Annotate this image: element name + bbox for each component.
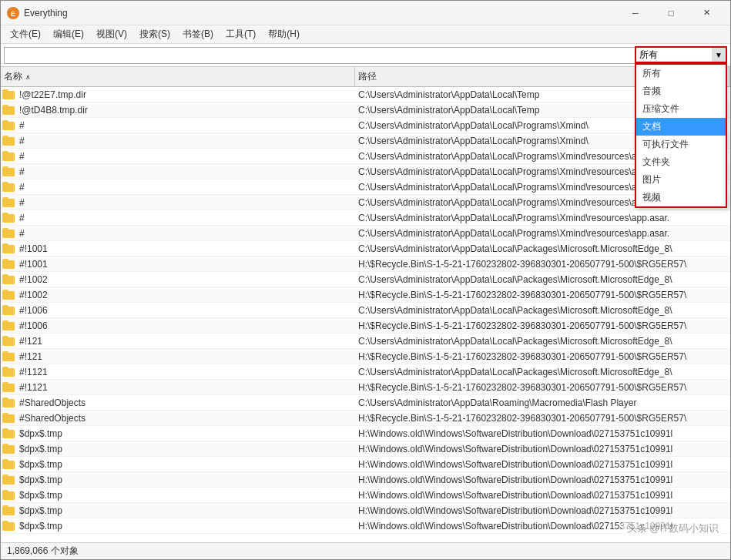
window-title: Everything [24,8,618,18]
file-path: H:\Windows.old\Windows\SoftwareDistribut… [355,505,730,516]
table-row[interactable]: #!1001C:\Users\Administrator\AppData\Loc… [1,241,730,257]
table-row[interactable]: #SharedObjectsH:\$Recycle.Bin\S-1-5-21-1… [1,411,730,426]
filter-dropdown[interactable]: 所有 ▼ [635,46,727,63]
menu-help[interactable]: 帮助(H) [262,26,306,43]
table-row[interactable]: #C:\Users\Administrator\AppData\Local\Pr… [1,226,730,241]
file-name: #!1002 [16,290,355,300]
filter-option-folder[interactable]: 文件夹 [636,153,726,171]
menu-edit[interactable]: 编辑(E) [47,26,90,43]
minimize-button[interactable]: ─ [618,1,653,25]
window-controls: ─ □ ✕ [618,1,724,25]
file-name: # [16,213,355,223]
table-row[interactable]: !@t22E7.tmp.dirC:\Users\Administrator\Ap… [1,87,730,102]
file-path: H:\Windows.old\Windows\SoftwareDistribut… [355,490,730,501]
table-row[interactable]: $dpx$.tmpH:\Windows.old\Windows\Software… [1,457,730,472]
table-row[interactable]: #C:\Users\Administrator\AppData\Local\Pr… [1,179,730,195]
main-window: E Everything ─ □ ✕ 文件(E) 编辑(E) 视图(V) 搜索(… [0,0,731,560]
file-name: $dpx$.tmp [16,490,355,501]
file-name: #!1121 [16,367,355,377]
table-row[interactable]: #SharedObjectsC:\Users\Administrator\App… [1,395,730,411]
table-row[interactable]: #C:\Users\Administrator\AppData\Local\Pr… [1,164,730,179]
file-path: C:\Users\Administrator\AppData\Roaming\M… [355,397,730,408]
table-row[interactable]: $dpx$.tmpH:\Windows.old\Windows\Software… [1,518,730,534]
file-path: H:\$Recycle.Bin\S-1-5-21-1760232802-3968… [355,290,730,300]
file-name: $dpx$.tmp [16,459,355,470]
table-row[interactable]: #C:\Users\Administrator\AppData\Local\Pr… [1,149,730,164]
table-row[interactable]: $dpx$.tmpH:\Windows.old\Windows\Software… [1,488,730,503]
folder-icon [1,210,16,226]
file-name: #!1006 [16,320,355,331]
file-path: C:\Users\Administrator\AppData\Local\Pac… [355,274,730,285]
file-name: #!1006 [16,305,355,316]
table-row[interactable]: #C:\Users\Administrator\AppData\Local\Pr… [1,195,730,210]
file-name: !@tD4B8.tmp.dir [16,105,355,116]
file-path: C:\Users\Administrator\AppData\Local\Pro… [355,213,730,223]
menu-tools[interactable]: 工具(T) [220,26,262,43]
col-header-name[interactable]: 名称 ∧ [1,67,355,87]
file-name: #!1121 [16,382,355,393]
file-name: # [16,166,355,177]
menu-search[interactable]: 搜索(S) [133,26,176,43]
file-path: H:\Windows.old\Windows\SoftwareDistribut… [355,444,730,454]
filter-option-audio[interactable]: 音频 [636,82,726,100]
menu-file[interactable]: 文件(E) [4,26,47,43]
table-row[interactable]: #C:\Users\Administrator\AppData\Local\Pr… [1,210,730,226]
table-row[interactable]: #!1006H:\$Recycle.Bin\S-1-5-21-176023280… [1,318,730,334]
folder-icon [1,118,16,133]
file-path: H:\$Recycle.Bin\S-1-5-21-1760232802-3968… [355,382,730,393]
file-name: # [16,197,355,208]
file-list[interactable]: !@t22E7.tmp.dirC:\Users\Administrator\Ap… [1,87,730,542]
file-name: #!121 [16,351,355,362]
file-name: #!1001 [16,243,355,254]
table-row[interactable]: #!121H:\$Recycle.Bin\S-1-5-21-1760232802… [1,349,730,364]
table-row[interactable]: !@tD4B8.tmp.dirC:\Users\Administrator\Ap… [1,102,730,118]
file-name: $dpx$.tmp [16,505,355,516]
table-row[interactable]: #!1121H:\$Recycle.Bin\S-1-5-21-176023280… [1,380,730,395]
folder-icon [1,488,16,503]
filter-dropdown-menu: 所有 音频 压缩文件 文档 可执行文件 文件夹 图片 视频 [635,63,727,208]
close-button[interactable]: ✕ [689,1,724,25]
filter-option-compressed[interactable]: 压缩文件 [636,100,726,118]
folder-icon [1,257,16,272]
folder-icon [1,149,16,164]
file-name: #!1001 [16,259,355,270]
menu-bar: 文件(E) 编辑(E) 视图(V) 搜索(S) 书签(B) 工具(T) 帮助(H… [1,25,730,44]
file-name: !@t22E7.tmp.dir [16,89,355,100]
table-row[interactable]: #!121C:\Users\Administrator\AppData\Loca… [1,334,730,349]
table-row[interactable]: #!1006C:\Users\Administrator\AppData\Loc… [1,303,730,318]
menu-bookmarks[interactable]: 书签(B) [176,26,220,43]
folder-icon [1,349,16,364]
table-row[interactable]: $dpx$.tmpH:\Windows.old\Windows\Software… [1,426,730,441]
table-row[interactable]: #C:\Users\Administrator\AppData\Local\Pr… [1,133,730,149]
file-name: #!121 [16,336,355,347]
table-row[interactable]: $dpx$.tmpH:\Windows.old\Windows\Software… [1,472,730,488]
file-path: H:\Windows.old\Windows\SoftwareDistribut… [355,428,730,439]
folder-icon [1,303,16,318]
table-row[interactable]: #!1002H:\$Recycle.Bin\S-1-5-21-176023280… [1,287,730,303]
file-path: H:\Windows.old\Windows\SoftwareDistribut… [355,474,730,485]
status-bar: 1,869,066 个对象 [1,542,730,559]
file-name: $dpx$.tmp [16,444,355,454]
folder-icon [1,503,16,518]
filter-option-video[interactable]: 视频 [636,189,726,206]
filter-dropdown-label: 所有 [636,49,712,62]
table-row[interactable]: #!1001H:\$Recycle.Bin\S-1-5-21-176023280… [1,257,730,272]
search-input[interactable] [4,47,727,64]
file-path: C:\Users\Administrator\AppData\Local\Pro… [355,228,730,239]
filter-option-executable[interactable]: 可执行文件 [636,136,726,153]
file-path: C:\Users\Administrator\AppData\Local\Pac… [355,336,730,347]
table-row[interactable]: $dpx$.tmpH:\Windows.old\Windows\Software… [1,441,730,457]
file-name: #SharedObjects [16,397,355,408]
table-row[interactable]: $dpx$.tmpH:\Windows.old\Windows\Software… [1,503,730,518]
menu-view[interactable]: 视图(V) [90,26,133,43]
table-row[interactable]: #C:\Users\Administrator\AppData\Local\Pr… [1,118,730,133]
file-name: #SharedObjects [16,413,355,424]
filter-option-all[interactable]: 所有 [636,65,726,82]
filter-option-image[interactable]: 图片 [636,171,726,189]
folder-icon [1,395,16,411]
table-row[interactable]: #!1121C:\Users\Administrator\AppData\Loc… [1,364,730,380]
maximize-button[interactable]: □ [653,1,689,25]
filter-option-document[interactable]: 文档 [636,118,726,136]
table-row[interactable]: #!1002C:\Users\Administrator\AppData\Loc… [1,272,730,287]
folder-icon [1,133,16,149]
